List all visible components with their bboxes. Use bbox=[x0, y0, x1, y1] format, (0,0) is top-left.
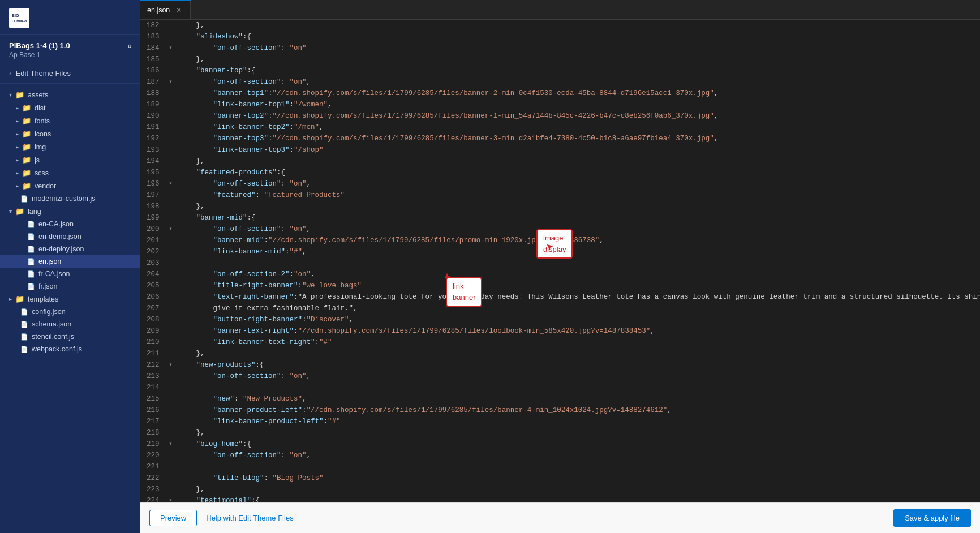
sidebar-item-fr-json[interactable]: 📄 fr.json bbox=[0, 280, 140, 293]
line-number: 213 bbox=[140, 371, 169, 382]
table-row: 216 "banner-product-left":"//cdn.shopify… bbox=[140, 405, 980, 416]
sidebar-item-fr-ca[interactable]: 📄 fr-CA.json bbox=[0, 268, 140, 280]
fold-arrow bbox=[169, 393, 175, 405]
line-number: 216 bbox=[140, 405, 169, 416]
file-icon: 📄 bbox=[27, 233, 35, 240]
editor-tab-en-json[interactable]: en.json ✕ bbox=[140, 0, 191, 19]
line-content: "banner-top3":"//cdn.shopify.com/s/files… bbox=[175, 133, 980, 144]
fold-arrow[interactable]: ▾ bbox=[169, 439, 175, 450]
table-row: 206 "text-right-banner":"A professional-… bbox=[140, 291, 980, 303]
line-content: "slideshow":{ bbox=[175, 31, 980, 42]
arrow-right-icon: ▸ bbox=[16, 131, 19, 137]
sidebar-item-en-ca[interactable]: 📄 en-CA.json bbox=[0, 218, 140, 230]
edit-theme-section[interactable]: ‹ Edit Theme Files bbox=[0, 63, 140, 84]
arrow-down-icon: ▾ bbox=[9, 92, 12, 98]
help-link[interactable]: Help with Edit Theme Files bbox=[206, 514, 293, 522]
line-content: "featured": "Featured Products" bbox=[175, 190, 980, 201]
line-content: "featured-products":{ bbox=[175, 167, 980, 178]
sidebar-item-modernizr[interactable]: 📄 modernizr-custom.js bbox=[0, 192, 140, 205]
line-number: 215 bbox=[140, 393, 169, 405]
arrow-right-icon: ▸ bbox=[16, 105, 19, 111]
code-table: 182 },183 "slideshow":{184▾ "on-off-sect… bbox=[140, 20, 980, 502]
fold-arrow[interactable]: ▾ bbox=[169, 76, 175, 88]
fold-arrow bbox=[169, 246, 175, 257]
fold-arrow[interactable]: ▾ bbox=[169, 42, 175, 54]
folder-icon: 📁 bbox=[22, 169, 31, 177]
line-number: 190 bbox=[140, 110, 169, 122]
line-content: }, bbox=[175, 54, 980, 65]
arrow-right-icon: ▸ bbox=[9, 296, 12, 302]
fold-arrow bbox=[169, 416, 175, 427]
line-content bbox=[175, 257, 980, 269]
table-row: 194 }, bbox=[140, 156, 980, 167]
sidebar: BIG COMMERCE PiBags 1-4 (1) 1.0 « Ap Bas… bbox=[0, 0, 140, 533]
sidebar-item-assets[interactable]: ▾ 📁 assets bbox=[0, 88, 140, 101]
sidebar-item-icons[interactable]: ▸ 📁 icons bbox=[0, 127, 140, 140]
sidebar-item-js[interactable]: ▸ 📁 js bbox=[0, 153, 140, 166]
line-number: 223 bbox=[140, 484, 169, 495]
arrow-right-icon: ▸ bbox=[16, 118, 19, 124]
line-number: 205 bbox=[140, 280, 169, 291]
sidebar-item-en-demo[interactable]: 📄 en-demo.json bbox=[0, 230, 140, 243]
fold-arrow[interactable]: ▾ bbox=[169, 178, 175, 190]
chevron-left-icon: ‹ bbox=[9, 70, 11, 77]
file-icon: 📄 bbox=[27, 270, 35, 278]
fold-arrow bbox=[169, 133, 175, 144]
table-row: 223 }, bbox=[140, 484, 980, 495]
line-number: 204 bbox=[140, 269, 169, 280]
line-number: 211 bbox=[140, 348, 169, 359]
collapse-icon[interactable]: « bbox=[127, 42, 131, 50]
folder-icon: 📁 bbox=[15, 295, 24, 303]
folder-icon: 📁 bbox=[22, 143, 31, 151]
fold-arrow[interactable]: ▾ bbox=[169, 223, 175, 235]
sidebar-item-config-json[interactable]: 📄 config.json bbox=[0, 306, 140, 318]
table-row: 214 bbox=[140, 382, 980, 393]
save-apply-button[interactable]: Save & apply file bbox=[893, 509, 971, 527]
tab-close-button[interactable]: ✕ bbox=[174, 6, 183, 15]
fold-arrow bbox=[169, 382, 175, 393]
sidebar-logo: BIG COMMERCE bbox=[0, 0, 140, 35]
fold-arrow[interactable]: ▾ bbox=[169, 495, 175, 502]
sidebar-item-dist[interactable]: ▸ 📁 dist bbox=[0, 101, 140, 114]
line-number: 212 bbox=[140, 359, 169, 371]
fold-arrow bbox=[169, 371, 175, 382]
line-number: 184 bbox=[140, 42, 169, 54]
sidebar-item-fonts[interactable]: ▸ 📁 fonts bbox=[0, 114, 140, 127]
sidebar-item-stencil[interactable]: 📄 stencil.conf.js bbox=[0, 330, 140, 343]
fold-arrow bbox=[169, 156, 175, 167]
sidebar-item-img[interactable]: ▸ 📁 img bbox=[0, 140, 140, 153]
line-content: }, bbox=[175, 156, 980, 167]
table-row: 191 "link-banner-top2":"/men", bbox=[140, 122, 980, 133]
table-row: 186 "banner-top":{ bbox=[140, 65, 980, 76]
table-row: 224▾ "testimonial":{ bbox=[140, 495, 980, 502]
sidebar-item-scss[interactable]: ▸ 📁 scss bbox=[0, 166, 140, 179]
arrow-right-icon: ▸ bbox=[16, 144, 19, 150]
fold-arrow bbox=[169, 405, 175, 416]
svg-text:COMMERCE: COMMERCE bbox=[12, 19, 28, 23]
table-row: 188 "banner-top1":"//cdn.shopify.com/s/f… bbox=[140, 88, 980, 99]
line-number: 196 bbox=[140, 178, 169, 190]
preview-button[interactable]: Preview bbox=[149, 510, 197, 526]
sidebar-item-vendor[interactable]: ▸ 📁 vendor bbox=[0, 179, 140, 192]
sidebar-item-schema-json[interactable]: 📄 schema.json bbox=[0, 318, 140, 330]
line-content: "blog-home":{ bbox=[175, 439, 980, 450]
code-editor[interactable]: 182 },183 "slideshow":{184▾ "on-off-sect… bbox=[140, 20, 980, 502]
line-content: }, bbox=[175, 348, 980, 359]
line-number: 201 bbox=[140, 235, 169, 246]
line-number: 186 bbox=[140, 65, 169, 76]
line-content: }, bbox=[175, 20, 980, 31]
fold-arrow bbox=[169, 99, 175, 110]
fold-arrow[interactable]: ▾ bbox=[169, 359, 175, 371]
line-number: 219 bbox=[140, 439, 169, 450]
line-number: 199 bbox=[140, 212, 169, 223]
sidebar-item-templates[interactable]: ▸ 📁 templates bbox=[0, 293, 140, 306]
line-number: 218 bbox=[140, 427, 169, 439]
line-content: "banner-top1":"//cdn.shopify.com/s/files… bbox=[175, 88, 980, 99]
sidebar-item-webpack[interactable]: 📄 webpack.conf.js bbox=[0, 343, 140, 355]
sidebar-item-lang[interactable]: ▾ 📁 lang bbox=[0, 205, 140, 218]
fold-arrow bbox=[169, 31, 175, 42]
sidebar-item-en-json[interactable]: 📄 en.json bbox=[0, 255, 140, 268]
line-content: }, bbox=[175, 427, 980, 439]
sidebar-item-en-deploy[interactable]: 📄 en-deploy.json bbox=[0, 243, 140, 255]
fold-arrow bbox=[169, 303, 175, 314]
